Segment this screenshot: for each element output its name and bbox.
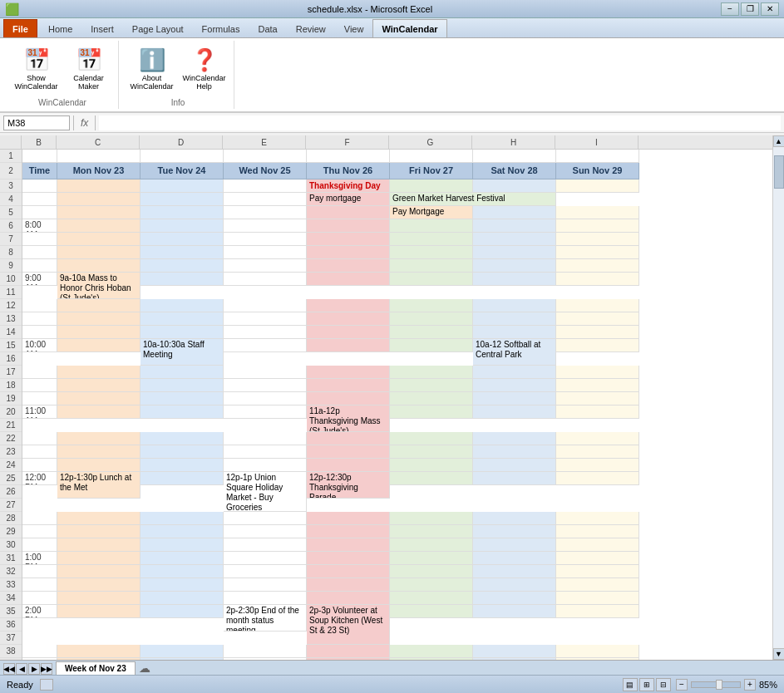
tab-wincalendar[interactable]: WinCalendar — [372, 19, 446, 37]
cell-f22-parade[interactable]: 12p-12:30p Thanksgiving Parade — [307, 472, 390, 499]
restore-button[interactable]: ❐ — [741, 2, 759, 16]
cell-f20[interactable] — [307, 445, 390, 459]
cell-b25[interactable] — [22, 538, 57, 552]
cell-c11[interactable] — [57, 299, 141, 312]
cell-d6[interactable] — [141, 219, 224, 233]
cell-f28[interactable] — [307, 578, 390, 592]
sheet-next-button[interactable]: ▶ — [28, 663, 40, 675]
cell-g11[interactable] — [390, 299, 473, 312]
cell-e30-status-meeting[interactable]: 2p-2:30p End of the month status meeting — [224, 605, 307, 632]
cell-i14[interactable] — [556, 339, 639, 352]
cell-i23[interactable] — [556, 512, 639, 525]
cell-d26[interactable] — [141, 552, 224, 565]
name-box[interactable]: M38 — [3, 116, 70, 130]
cell-f31[interactable] — [307, 645, 390, 658]
cell-d12[interactable] — [141, 312, 224, 326]
cell-b11[interactable] — [22, 299, 57, 312]
cell-c16[interactable] — [57, 379, 141, 392]
cell-b27[interactable] — [22, 565, 57, 578]
normal-view-button[interactable]: ▤ — [623, 678, 638, 691]
cell-e5[interactable] — [224, 206, 307, 219]
grid-content[interactable]: Time Mon Nov 23 Tue Nov 24 Wed Nov 25 Th… — [22, 150, 772, 660]
header-sun[interactable]: Sun Nov 29 — [556, 163, 639, 179]
cell-f24[interactable] — [307, 525, 390, 538]
cell-i12[interactable] — [556, 312, 639, 326]
cell-i29[interactable] — [556, 592, 639, 605]
sheet-tab-week[interactable]: Week of Nov 23 — [56, 661, 136, 675]
cell-e21[interactable] — [224, 459, 307, 472]
cell-f10[interactable] — [307, 273, 390, 286]
cell-e4[interactable] — [224, 193, 307, 206]
cell-f14[interactable] — [307, 339, 390, 352]
cell-g30[interactable] — [390, 605, 473, 618]
cell-b10-9am[interactable]: 9:00 AM — [22, 273, 57, 286]
cell-e13[interactable] — [224, 326, 307, 339]
cell-h29[interactable] — [473, 592, 556, 605]
cell-g31[interactable] — [390, 645, 473, 658]
cell-i5[interactable] — [556, 206, 639, 219]
cell-g1[interactable] — [390, 150, 473, 163]
cell-f18-thanksgiving-mass[interactable]: 11a-12p Thanksgiving Mass (St Jude's) — [307, 405, 390, 432]
cell-g4-green-market[interactable]: Green Market Harvest Festival — [390, 193, 556, 206]
cell-f1[interactable] — [307, 150, 390, 163]
cell-g19[interactable] — [390, 432, 473, 445]
cell-d28[interactable] — [141, 578, 224, 592]
cell-f16[interactable] — [307, 379, 390, 392]
cell-g6[interactable] — [390, 219, 473, 233]
cell-e27[interactable] — [224, 565, 307, 578]
cell-g5-pay-mortgage[interactable]: Pay Mortgage — [390, 206, 473, 219]
cell-c8[interactable] — [57, 246, 141, 259]
cell-e3[interactable] — [224, 179, 307, 193]
cell-b5[interactable] — [22, 206, 57, 219]
cell-h25[interactable] — [473, 538, 556, 552]
cell-b9[interactable] — [22, 259, 57, 273]
cell-i17[interactable] — [556, 392, 639, 405]
cell-f25[interactable] — [307, 538, 390, 552]
cell-g12[interactable] — [390, 312, 473, 326]
cell-d23[interactable] — [141, 512, 224, 525]
cell-b31[interactable] — [22, 645, 57, 658]
cell-c25[interactable] — [57, 538, 141, 552]
cell-h10[interactable] — [473, 273, 556, 286]
cell-g9[interactable] — [390, 259, 473, 273]
header-sat[interactable]: Sat Nov 28 — [473, 163, 556, 179]
cell-h12[interactable] — [473, 312, 556, 326]
cell-b23[interactable] — [22, 512, 57, 525]
cell-c15[interactable] — [57, 366, 141, 379]
cell-b14-10am[interactable]: 10:00 AM — [22, 339, 57, 352]
cell-h23[interactable] — [473, 512, 556, 525]
cell-i10[interactable] — [556, 273, 639, 286]
cell-g25[interactable] — [390, 538, 473, 552]
cell-d4[interactable] — [141, 193, 224, 206]
cell-e14[interactable] — [224, 339, 307, 352]
cell-f11[interactable] — [307, 299, 390, 312]
cell-f9[interactable] — [307, 259, 390, 273]
cell-d15[interactable] — [141, 366, 224, 379]
cell-c23[interactable] — [57, 512, 141, 525]
cell-c26[interactable] — [57, 552, 141, 565]
cell-e9[interactable] — [224, 259, 307, 273]
cell-d9[interactable] — [141, 259, 224, 273]
cell-e7[interactable] — [224, 233, 307, 246]
cell-b13[interactable] — [22, 326, 57, 339]
cell-e28[interactable] — [224, 578, 307, 592]
minimize-button[interactable]: − — [721, 2, 739, 16]
header-tue[interactable]: Tue Nov 24 — [141, 163, 224, 179]
cell-d13[interactable] — [141, 326, 224, 339]
cell-b6-8am[interactable]: 8:00 AM — [22, 219, 57, 233]
cell-h21[interactable] — [473, 459, 556, 472]
cell-h30[interactable] — [473, 605, 556, 618]
cell-h19[interactable] — [473, 432, 556, 445]
tab-formulas[interactable]: Formulas — [193, 19, 249, 37]
cell-d20[interactable] — [141, 445, 224, 459]
cell-f21[interactable] — [307, 459, 390, 472]
cell-b21[interactable] — [22, 459, 57, 472]
cell-e18[interactable] — [224, 405, 307, 419]
cell-g8[interactable] — [390, 246, 473, 259]
cell-f26[interactable] — [307, 552, 390, 565]
scroll-down-button[interactable]: ▼ — [773, 648, 785, 660]
cell-h27[interactable] — [473, 565, 556, 578]
cell-e12[interactable] — [224, 312, 307, 326]
cell-d31[interactable] — [141, 645, 224, 658]
cell-i7[interactable] — [556, 233, 639, 246]
